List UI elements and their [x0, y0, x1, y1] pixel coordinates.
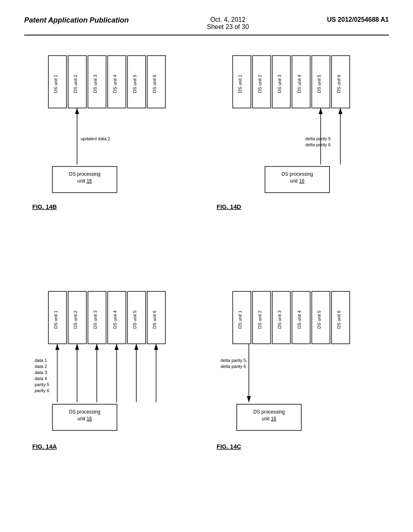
svg-marker-58	[95, 344, 99, 350]
svg-text:DS unit 5: DS unit 5	[132, 75, 137, 93]
svg-text:DS unit 2: DS unit 2	[257, 310, 262, 328]
svg-text:DS unit 2: DS unit 2	[257, 75, 262, 93]
svg-text:delta parity 5,: delta parity 5,	[221, 358, 247, 363]
header-patent-number: US 2012/0254688 A1	[327, 16, 389, 23]
page: Patent Application Publication Oct. 4, 2…	[0, 0, 413, 532]
svg-text:DS unit 6: DS unit 6	[152, 310, 157, 328]
svg-text:DS processing: DS processing	[253, 409, 285, 415]
svg-text:FIG. 14D: FIG. 14D	[217, 203, 241, 210]
svg-text:FIG. 14A: FIG. 14A	[32, 443, 57, 450]
svg-text:DS processing: DS processing	[282, 171, 313, 177]
svg-text:parity 6: parity 6	[35, 388, 49, 393]
svg-text:DS unit 6: DS unit 6	[336, 310, 341, 328]
svg-text:DS unit 1: DS unit 1	[238, 75, 242, 93]
figure-14d: DS unit 1 DS unit 2 DS unit 3 DS unit 4 …	[209, 48, 389, 279]
svg-text:DS unit 2: DS unit 2	[73, 75, 78, 93]
svg-text:DS unit 6: DS unit 6	[152, 75, 157, 93]
svg-marker-32	[319, 108, 323, 114]
page-header: Patent Application Publication Oct. 4, 2…	[24, 16, 389, 35]
figure-14a: DS unit 1 DS unit 2 DS unit 3 DS unit 4 …	[24, 283, 204, 515]
svg-text:FIG. 14B: FIG. 14B	[32, 203, 57, 210]
svg-text:unit 16: unit 16	[77, 178, 92, 184]
header-date: Oct. 4, 2012	[207, 16, 249, 23]
svg-marker-54	[55, 344, 59, 350]
svg-text:FIG. 14C: FIG. 14C	[217, 443, 241, 450]
svg-marker-60	[115, 344, 119, 350]
header-date-sheet: Oct. 4, 2012 Sheet 23 of 30	[207, 16, 249, 31]
figure-14b: DS unit 1 DS unit 2 DS unit 3 DS unit 4 …	[24, 48, 204, 279]
svg-text:DS unit 3: DS unit 3	[277, 75, 282, 93]
svg-text:DS processing: DS processing	[69, 171, 100, 177]
svg-text:DS unit 1: DS unit 1	[53, 75, 58, 93]
svg-text:unit 16: unit 16	[77, 416, 92, 422]
svg-text:delta parity 6: delta parity 6	[305, 142, 331, 147]
svg-text:unit 16: unit 16	[262, 416, 276, 422]
fig14c-svg: DS unit 1 DS unit 2 DS unit 3 DS unit 4 …	[213, 287, 382, 497]
svg-text:updated data 2: updated data 2	[81, 136, 110, 141]
figure-14c: DS unit 1 DS unit 2 DS unit 3 DS unit 4 …	[209, 283, 389, 515]
svg-marker-64	[154, 344, 158, 350]
header-publication: Patent Application Publication	[24, 16, 129, 25]
svg-marker-56	[75, 344, 79, 350]
svg-text:data 3: data 3	[35, 370, 47, 375]
svg-text:DS unit 4: DS unit 4	[113, 75, 117, 93]
svg-text:parity 5: parity 5	[35, 382, 49, 387]
svg-marker-88	[247, 396, 251, 402]
svg-text:DS unit 5: DS unit 5	[132, 310, 137, 328]
svg-text:DS unit 1: DS unit 1	[238, 310, 242, 328]
svg-text:DS unit 5: DS unit 5	[317, 75, 321, 93]
svg-text:DS processing: DS processing	[69, 409, 100, 415]
svg-text:DS unit 5: DS unit 5	[317, 310, 321, 328]
svg-text:DS unit 6: DS unit 6	[336, 75, 341, 93]
svg-marker-62	[134, 344, 138, 350]
svg-text:DS unit 1: DS unit 1	[53, 310, 58, 328]
svg-text:DS unit 3: DS unit 3	[93, 310, 98, 328]
svg-text:data 2: data 2	[35, 364, 47, 369]
svg-text:DS unit 3: DS unit 3	[277, 310, 282, 328]
svg-text:unit 16: unit 16	[290, 178, 305, 184]
svg-text:data 1: data 1	[35, 358, 47, 363]
header-sheet: Sheet 23 of 30	[207, 23, 249, 31]
svg-text:DS unit 2: DS unit 2	[73, 310, 78, 328]
svg-text:DS unit 4: DS unit 4	[297, 310, 302, 328]
svg-text:DS unit 4: DS unit 4	[297, 75, 302, 93]
svg-text:delta parity 5: delta parity 5	[305, 136, 331, 141]
svg-marker-13	[75, 108, 79, 114]
fig14d-svg: DS unit 1 DS unit 2 DS unit 3 DS unit 4 …	[213, 52, 382, 261]
svg-text:data 4: data 4	[35, 376, 47, 381]
svg-text:DS unit 4: DS unit 4	[113, 310, 117, 328]
svg-text:DS unit 3: DS unit 3	[93, 75, 98, 93]
svg-marker-34	[338, 108, 342, 114]
svg-text:delta parity 6: delta parity 6	[221, 364, 246, 369]
fig14b-svg: DS unit 1 DS unit 2 DS unit 3 DS unit 4 …	[28, 52, 198, 261]
fig14a-svg: DS unit 1 DS unit 2 DS unit 3 DS unit 4 …	[28, 287, 198, 497]
